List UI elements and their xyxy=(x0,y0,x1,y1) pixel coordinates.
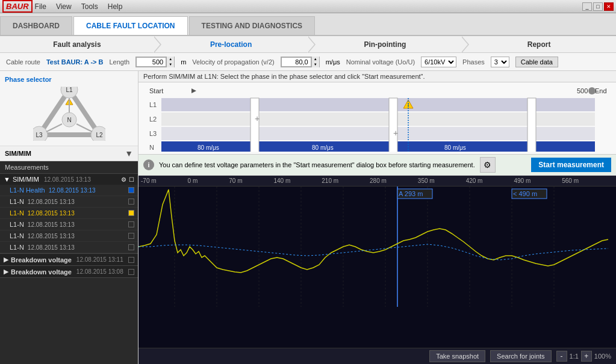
meas-item-2[interactable]: L1-N 12.08.2015 13:13 xyxy=(0,208,138,219)
zoom-minus-button[interactable]: - xyxy=(556,351,567,362)
velocity-input[interactable] xyxy=(281,57,311,67)
meas-item-1[interactable]: L1-N 12.08.2015 13:13 xyxy=(0,196,138,208)
meas-group-breakdown2: ▶ Breakdown voltage 12.08.2015 13:08 xyxy=(0,266,138,278)
group-checkbox[interactable]: ☐ xyxy=(129,176,134,183)
svg-point-17 xyxy=(588,87,596,94)
menu-tools[interactable]: Tools xyxy=(81,2,98,11)
info-icon: i xyxy=(143,159,154,170)
meas-item-0[interactable]: L1-N Health 12.08.2015 13:13 xyxy=(0,185,138,196)
ruler-mark-7: 420 m xyxy=(466,177,483,184)
ruler-mark-1: 0 m xyxy=(188,177,198,184)
measurements-title: Measurements xyxy=(0,161,138,174)
svg-rect-28 xyxy=(527,98,536,152)
group-date: 12.08.2015 13:11 xyxy=(76,256,123,263)
ruler-mark-8: 490 m xyxy=(514,177,530,184)
group-label: Breakdown voltage xyxy=(11,268,72,276)
cable-diagram: Start 500 m End L1 L2 L3 N xyxy=(138,82,616,155)
item-label: L1-N Health xyxy=(10,187,45,194)
take-snapshot-button[interactable]: Take snapshot xyxy=(429,350,485,362)
workflow-pre-location[interactable]: Pre-location xyxy=(154,36,308,53)
item-color-swatch xyxy=(128,269,134,275)
phases-select[interactable]: 3 xyxy=(491,57,509,67)
left-panel: Phase selector L1 ! L3 L2 xyxy=(0,71,138,364)
svg-text:+: + xyxy=(255,114,260,123)
zoom-percent: 100% xyxy=(594,353,611,360)
item-color-swatch xyxy=(128,257,134,263)
app-logo: BAUR xyxy=(2,0,33,13)
item-date: 12.08.2015 13:13 xyxy=(28,233,75,239)
workflow-fault-analysis[interactable]: Fault analysis xyxy=(0,36,154,53)
velocity-arrows: ▲ ▼ xyxy=(311,57,319,67)
sim-mim-label: SIM/MIM xyxy=(5,150,31,157)
svg-text:A  293 m: A 293 m xyxy=(399,190,423,197)
meas-group-breakdown1: ▶ Breakdown voltage 12.08.2015 13:11 xyxy=(0,254,138,266)
meas-item-3[interactable]: L1-N 12.08.2015 13:13 xyxy=(0,219,138,230)
item-color-swatch xyxy=(128,199,134,205)
maximize-button[interactable]: □ xyxy=(593,2,603,11)
zoom-plus-button[interactable]: + xyxy=(581,351,592,362)
length-input[interactable] xyxy=(136,57,166,67)
right-panel: Perform SIM/MIM at L1N: Select the phase… xyxy=(138,71,616,364)
meas-group-simmim-header[interactable]: ▼ SIM/MIM 12.08.2015 13:13 ⚙ ☐ xyxy=(0,174,138,185)
meas-group-breakdown1-header[interactable]: ▶ Breakdown voltage 12.08.2015 13:11 xyxy=(0,254,138,265)
item-label: L1-N xyxy=(10,232,24,239)
length-label: Length xyxy=(110,58,130,66)
item-color-swatch xyxy=(128,187,134,193)
menu-help[interactable]: Help xyxy=(108,2,123,11)
group-label: SIM/MIM xyxy=(13,176,39,183)
svg-rect-26 xyxy=(250,98,259,152)
ruler-mark-0: -70 m xyxy=(141,177,157,184)
start-label: Start xyxy=(149,87,163,94)
menu-view[interactable]: View xyxy=(56,2,72,11)
svg-text:80 m/μs: 80 m/μs xyxy=(198,144,219,151)
length-input-group[interactable]: ▲ ▼ xyxy=(135,57,175,67)
close-button[interactable]: ✕ xyxy=(604,2,614,11)
phase-triangle-svg: L1 ! L3 L2 N xyxy=(33,87,105,141)
menu-file[interactable]: File xyxy=(35,2,46,11)
nominal-voltage-select[interactable]: 6/10kV xyxy=(421,57,456,67)
osc-ruler: -70 m 0 m 70 m 140 m 210 m 280 m 350 m 4… xyxy=(138,176,616,187)
length-down[interactable]: ▼ xyxy=(167,62,174,67)
svg-text:+: + xyxy=(393,128,398,138)
minimize-button[interactable]: _ xyxy=(582,2,592,11)
info-message: You can define test voltage parameters i… xyxy=(159,161,475,168)
svg-text:L1: L1 xyxy=(66,87,73,93)
velocity-input-group[interactable]: ▲ ▼ xyxy=(281,57,320,67)
item-date: 12.08.2015 13:13 xyxy=(28,221,75,228)
meas-item-4[interactable]: L1-N 12.08.2015 13:13 xyxy=(0,230,138,242)
gear-settings-button[interactable]: ⚙ xyxy=(480,157,496,173)
meas-item-5[interactable]: L1-N 12.08.2015 13:13 xyxy=(0,242,138,253)
sim-mim-dropdown-icon[interactable]: ▼ xyxy=(125,149,133,158)
search-joints-button[interactable]: Search for joints xyxy=(490,350,551,362)
cable-route-value: Test BAUR: A -> B xyxy=(46,58,104,66)
cable-data-button[interactable]: Cable data xyxy=(515,57,558,67)
instruction-text: Perform SIM/MIM at L1N: Select the phase… xyxy=(143,73,425,80)
svg-text:L1: L1 xyxy=(149,101,157,108)
workflow-report[interactable]: Report xyxy=(462,36,616,53)
length-up[interactable]: ▲ xyxy=(167,57,174,62)
tab-cable-fault-location[interactable]: CABLE FAULT LOCATION xyxy=(73,16,188,35)
svg-text:N: N xyxy=(149,144,154,151)
workflow-bar: Fault analysis Pre-location Pin-pointing… xyxy=(0,36,616,53)
main-content: Phase selector L1 ! L3 L2 xyxy=(0,71,616,364)
svg-text:L2: L2 xyxy=(149,116,157,123)
velocity-up[interactable]: ▲ xyxy=(312,57,319,62)
waveform-canvas: A 293 m < 490 m xyxy=(138,187,616,348)
item-color-swatch xyxy=(128,210,134,216)
svg-line-13 xyxy=(76,124,92,132)
item-label: L1-N xyxy=(10,221,24,228)
start-measurement-button[interactable]: Start measurement xyxy=(531,158,611,172)
window-controls: _ □ ✕ xyxy=(582,2,614,11)
item-label: L1-N xyxy=(10,244,24,251)
meas-group-breakdown2-header[interactable]: ▶ Breakdown voltage 12.08.2015 13:08 xyxy=(0,266,138,277)
ruler-mark-6: 350 m xyxy=(418,177,435,184)
config-bar: Cable route Test BAUR: A -> B Length ▲ ▼… xyxy=(0,53,616,71)
collapse-icon: ▼ xyxy=(4,176,10,183)
phase-selector-area: Phase selector L1 ! L3 L2 xyxy=(0,71,138,146)
ruler-mark-4: 210 m xyxy=(322,177,338,184)
velocity-down[interactable]: ▼ xyxy=(312,62,319,67)
item-color-swatch xyxy=(128,233,134,239)
tab-dashboard[interactable]: DASHBOARD xyxy=(0,16,72,35)
workflow-pin-pointing[interactable]: Pin-pointing xyxy=(308,36,462,53)
tab-testing-diagnostics[interactable]: TESTING AND DIAGNOSTICS xyxy=(189,16,316,35)
